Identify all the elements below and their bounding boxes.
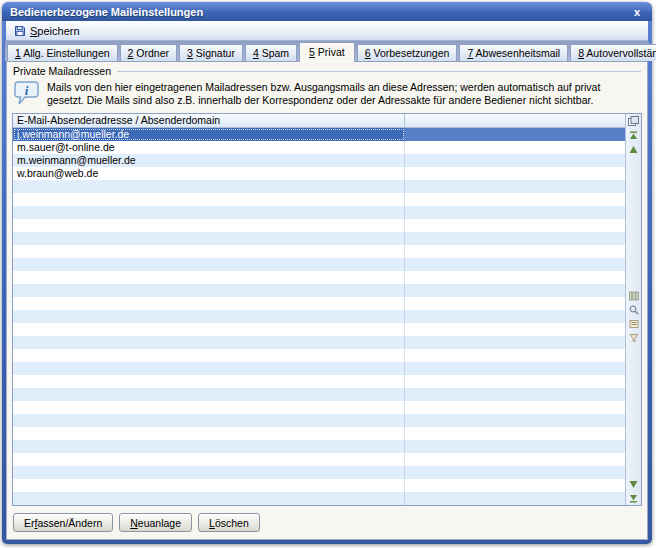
table-row-empty[interactable]: [13, 245, 625, 258]
table-row-empty[interactable]: [13, 284, 625, 297]
cell-email[interactable]: [13, 258, 405, 271]
erfassen-aendern-button[interactable]: Erfassen/Ändern: [13, 513, 113, 532]
cell-email[interactable]: [13, 297, 405, 310]
cell-email[interactable]: [13, 336, 405, 349]
cell-empty[interactable]: [405, 284, 625, 297]
cell-empty[interactable]: [405, 128, 625, 141]
tab-4[interactable]: 4 Spam: [245, 44, 297, 61]
columns-button[interactable]: [627, 290, 640, 302]
cell-empty[interactable]: [405, 258, 625, 271]
cell-email[interactable]: [13, 206, 405, 219]
tab-1[interactable]: 1 Allg. Einstellungen: [7, 44, 118, 61]
table-row-empty[interactable]: [13, 193, 625, 206]
cell-email[interactable]: [13, 310, 405, 323]
scroll-top-button[interactable]: [627, 129, 640, 141]
cell-empty[interactable]: [405, 193, 625, 206]
table-row-empty[interactable]: [13, 232, 625, 245]
table-row-empty[interactable]: [13, 362, 625, 375]
cell-email[interactable]: j.weinmann@mueller.de: [13, 128, 405, 141]
column-header-empty[interactable]: [405, 114, 625, 127]
cell-empty[interactable]: [405, 219, 625, 232]
scroll-up-button[interactable]: [627, 143, 640, 155]
table-row-empty[interactable]: [13, 349, 625, 362]
table-row[interactable]: w.braun@web.de: [13, 167, 625, 180]
table-row-empty[interactable]: [13, 336, 625, 349]
cell-email[interactable]: m.sauer@t-online.de: [13, 141, 405, 154]
title-bar[interactable]: Bedienerbezogene Maileinstellungen x: [2, 2, 652, 21]
table-row[interactable]: m.sauer@t-online.de: [13, 141, 625, 154]
cell-empty[interactable]: [405, 323, 625, 336]
cell-empty[interactable]: [405, 440, 625, 453]
cell-empty[interactable]: [405, 154, 625, 167]
cell-empty[interactable]: [405, 401, 625, 414]
cell-empty[interactable]: [405, 453, 625, 466]
table-row-empty[interactable]: [13, 466, 625, 479]
cell-email[interactable]: [13, 466, 405, 479]
table-row-empty[interactable]: [13, 297, 625, 310]
cell-email[interactable]: [13, 453, 405, 466]
table-row-empty[interactable]: [13, 440, 625, 453]
tab-5[interactable]: 5 Privat: [299, 42, 355, 62]
table-row-empty[interactable]: [13, 271, 625, 284]
cell-empty[interactable]: [405, 206, 625, 219]
cell-email[interactable]: [13, 271, 405, 284]
cell-email[interactable]: [13, 193, 405, 206]
table-row[interactable]: j.weinmann@mueller.de: [13, 128, 625, 141]
scroll-down-button[interactable]: [627, 478, 640, 490]
cell-email[interactable]: [13, 284, 405, 297]
cell-email[interactable]: [13, 388, 405, 401]
table-row-empty[interactable]: [13, 388, 625, 401]
cell-email[interactable]: [13, 401, 405, 414]
cell-email[interactable]: m.weinmann@mueller.de: [13, 154, 405, 167]
cell-empty[interactable]: [405, 362, 625, 375]
table-row-empty[interactable]: [13, 180, 625, 193]
save-button[interactable]: Speichern: [10, 23, 87, 39]
cell-empty[interactable]: [405, 180, 625, 193]
cell-email[interactable]: w.braun@web.de: [13, 167, 405, 180]
cell-email[interactable]: [13, 245, 405, 258]
table-row-empty[interactable]: [13, 206, 625, 219]
cell-empty[interactable]: [405, 388, 625, 401]
table-row-empty[interactable]: [13, 427, 625, 440]
grid-select-button[interactable]: [627, 115, 640, 127]
cell-email[interactable]: [13, 440, 405, 453]
cell-email[interactable]: [13, 479, 405, 492]
cell-empty[interactable]: [405, 349, 625, 362]
tab-3[interactable]: 3 Signatur: [179, 44, 243, 61]
table-row-empty[interactable]: [13, 375, 625, 388]
filter-button[interactable]: [627, 332, 640, 344]
grid-header[interactable]: E-Mail-Absenderadresse / Absenderdomain: [13, 114, 625, 128]
tab-8[interactable]: 8 Autovervollständigung: [570, 44, 656, 61]
column-header-email[interactable]: E-Mail-Absenderadresse / Absenderdomain: [13, 114, 405, 127]
cell-email[interactable]: [13, 219, 405, 232]
cell-email[interactable]: [13, 414, 405, 427]
cell-empty[interactable]: [405, 375, 625, 388]
cell-empty[interactable]: [405, 245, 625, 258]
tab-6[interactable]: 6 Vorbesetzungen: [357, 44, 458, 61]
cell-email[interactable]: [13, 375, 405, 388]
scroll-bottom-button[interactable]: [627, 492, 640, 504]
table-row-empty[interactable]: [13, 414, 625, 427]
table-row-empty[interactable]: [13, 310, 625, 323]
cell-email[interactable]: [13, 349, 405, 362]
table-row-empty[interactable]: [13, 258, 625, 271]
cell-email[interactable]: [13, 323, 405, 336]
cell-empty[interactable]: [405, 297, 625, 310]
export-button[interactable]: [627, 318, 640, 330]
cell-empty[interactable]: [405, 492, 625, 505]
table-row[interactable]: m.weinmann@mueller.de: [13, 154, 625, 167]
close-icon[interactable]: x: [630, 6, 644, 18]
table-row-empty[interactable]: [13, 219, 625, 232]
tab-2[interactable]: 2 Ordner: [120, 44, 177, 61]
neuanlage-button[interactable]: Neuanlage: [119, 513, 192, 532]
cell-email[interactable]: [13, 427, 405, 440]
cell-empty[interactable]: [405, 310, 625, 323]
cell-empty[interactable]: [405, 167, 625, 180]
cell-email[interactable]: [13, 492, 405, 505]
cell-empty[interactable]: [405, 271, 625, 284]
cell-email[interactable]: [13, 232, 405, 245]
cell-email[interactable]: [13, 180, 405, 193]
tab-7[interactable]: 7 Abwesenheitsmail: [459, 44, 568, 61]
cell-empty[interactable]: [405, 479, 625, 492]
cell-empty[interactable]: [405, 141, 625, 154]
